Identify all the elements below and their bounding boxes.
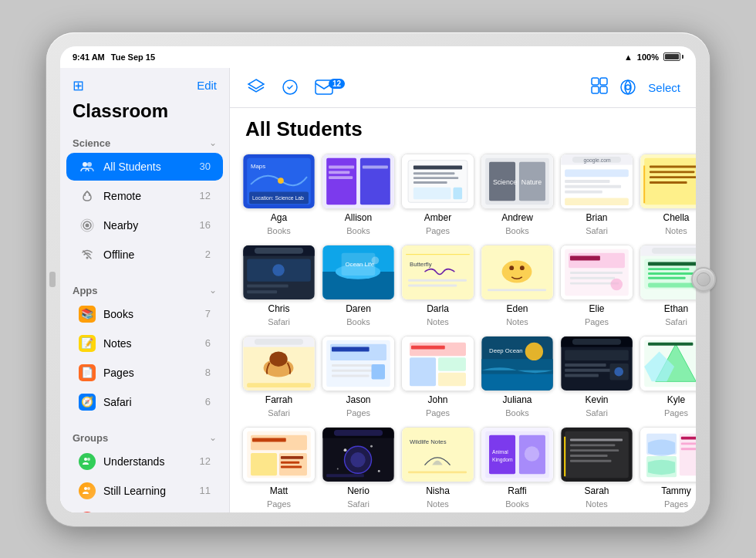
student-app-darla: Notes	[427, 317, 449, 326]
student-card-nerio[interactable]: NerioSafari	[322, 427, 395, 509]
home-button[interactable]	[691, 267, 716, 292]
svg-rect-136	[565, 350, 629, 360]
student-card-brian[interactable]: google.com BrianSafari	[560, 154, 633, 235]
svg-rect-120	[372, 364, 386, 378]
student-card-eden[interactable]: EdenNotes	[481, 245, 554, 326]
student-name-allison: Allison	[345, 212, 372, 223]
nearby-label: Nearby	[103, 219, 192, 232]
svg-rect-126	[438, 372, 466, 386]
wifi-icon: ▲	[624, 52, 633, 62]
student-name-ethan: Ethan	[664, 303, 688, 314]
svg-point-20	[626, 85, 630, 90]
student-app-daren: Books	[346, 317, 370, 326]
sidebar: ⊞ Edit Classroom Science ⌄	[60, 68, 230, 512]
student-card-matt[interactable]: MattPages	[242, 427, 316, 509]
student-thumbnail-raffi: Animal Kingdom	[481, 427, 554, 482]
offline-count: 2	[205, 249, 211, 260]
sidebar-item-all-students[interactable]: All Students 30	[66, 153, 223, 181]
groups-chevron-icon[interactable]: ⌄	[209, 432, 217, 443]
svg-text:Wildlife Notes: Wildlife Notes	[410, 438, 447, 445]
status-bar: 9:41 AM Tue Sep 15 ▲ 100%	[60, 46, 696, 68]
student-thumbnail-andrew: Science Nature	[481, 154, 554, 209]
sidebar-item-books[interactable]: 📚 Books 7	[66, 300, 223, 328]
books-app-icon: 📚	[79, 306, 96, 323]
layers-icon[interactable]	[245, 76, 267, 98]
student-card-raffi[interactable]: Animal Kingdom RaffiBooks	[481, 427, 554, 509]
app-content: ⊞ Edit Classroom Science ⌄	[60, 68, 696, 512]
sidebar-item-still-learning[interactable]: Still Learning 11	[66, 477, 223, 505]
still-learning-count: 11	[200, 485, 211, 496]
sidebar-item-understands[interactable]: Understands 12	[66, 448, 223, 475]
student-app-juliana: Books	[505, 408, 529, 418]
student-card-ethan[interactable]: EthanSafari	[640, 245, 696, 326]
svg-rect-112	[247, 383, 311, 387]
student-thumbnail-juliana: Deep Ocean	[481, 336, 554, 391]
student-thumbnail-sarah	[560, 427, 633, 482]
sidebar-item-nearby[interactable]: Nearby 16	[66, 211, 223, 239]
student-card-nisha[interactable]: Wildlife Notes NishaNotes	[401, 427, 474, 509]
svg-rect-138	[565, 368, 617, 371]
sidebar-collapse-icon[interactable]: ⊞	[73, 77, 84, 94]
apps-chevron-icon[interactable]: ⌄	[209, 285, 217, 296]
toolbar-right: Select	[591, 76, 680, 98]
student-thumbnail-matt	[242, 427, 316, 482]
student-card-chris[interactable]: ChrisSafari	[242, 245, 316, 326]
sidebar-item-offline[interactable]: Offline 2	[66, 241, 223, 269]
student-thumbnail-farrah	[242, 336, 316, 391]
grid-view-icon[interactable]	[591, 77, 608, 98]
student-app-chris: Safari	[268, 317, 290, 326]
select-button[interactable]: Select	[648, 81, 680, 94]
svg-rect-190	[680, 433, 696, 475]
status-left: 9:41 AM Tue Sep 15	[73, 52, 155, 62]
svg-rect-103	[648, 272, 696, 275]
svg-rect-29	[360, 157, 390, 204]
svg-point-96	[610, 278, 623, 290]
sidebar-item-pages[interactable]: 📄 Pages 8	[66, 359, 223, 387]
student-card-amber[interactable]: AmberPages	[401, 154, 474, 235]
svg-rect-37	[413, 172, 454, 174]
svg-rect-55	[565, 190, 602, 193]
student-card-john[interactable]: JohnPages	[401, 336, 474, 418]
assign-icon[interactable]	[279, 76, 301, 98]
student-card-aga[interactable]: Maps Location: Science Lab AgaBooks	[242, 154, 316, 235]
student-card-daren[interactable]: Ocean Life DarenBooks	[322, 245, 395, 326]
student-card-allison[interactable]: AllisonBooks	[322, 154, 395, 235]
student-card-darla[interactable]: Butterfly DarlaNotes	[401, 245, 474, 326]
sidebar-item-remote[interactable]: Remote 12	[66, 182, 223, 210]
science-chevron-icon[interactable]: ⌄	[209, 137, 217, 148]
broadcast-icon[interactable]	[617, 76, 639, 98]
student-thumbnail-ethan	[640, 245, 696, 300]
sidebar-item-notes[interactable]: 📝 Notes 6	[66, 330, 223, 357]
student-app-andrew: Books	[505, 226, 529, 235]
svg-point-141	[614, 367, 623, 376]
student-card-farrah[interactable]: FarrahSafari	[242, 336, 316, 418]
svg-rect-116	[332, 347, 370, 351]
svg-point-87	[520, 265, 525, 270]
student-thumbnail-darla: Butterfly	[401, 245, 474, 300]
sidebar-item-safari[interactable]: 🧭 Safari 6	[66, 388, 223, 416]
student-card-jason[interactable]: JasonPages	[322, 336, 395, 418]
student-card-elie[interactable]: EliePages	[560, 245, 633, 326]
svg-rect-39	[413, 181, 447, 184]
student-card-juliana[interactable]: Deep Ocean JulianaBooks	[481, 336, 554, 418]
student-card-chella[interactable]: ChellaNotes	[640, 154, 696, 235]
svg-rect-59	[650, 165, 696, 167]
svg-rect-182	[570, 449, 619, 451]
student-card-sarah[interactable]: SarahNotes	[560, 427, 633, 509]
svg-rect-69	[247, 284, 288, 287]
student-card-kyle[interactable]: KylePages	[640, 336, 696, 418]
mail-icon-container[interactable]: 12	[313, 76, 345, 98]
student-card-tammy[interactable]: TammyPages	[640, 427, 696, 509]
svg-rect-33	[363, 165, 388, 168]
student-name-daren: Daren	[346, 303, 371, 314]
svg-rect-60	[650, 171, 694, 173]
student-card-kevin[interactable]: KevinSafari	[560, 336, 633, 418]
sidebar-item-needs-extra-help[interactable]: Needs Extra Help 7	[66, 506, 223, 512]
books-count: 7	[205, 308, 211, 320]
student-app-raffi: Books	[505, 499, 529, 509]
student-thumbnail-john	[401, 336, 474, 391]
sidebar-edit-button[interactable]: Edit	[197, 79, 217, 92]
sidebar-section-apps: Apps ⌄	[60, 279, 229, 299]
student-card-andrew[interactable]: Science Nature AndrewBooks	[481, 154, 554, 235]
svg-text:Maps: Maps	[251, 162, 265, 169]
